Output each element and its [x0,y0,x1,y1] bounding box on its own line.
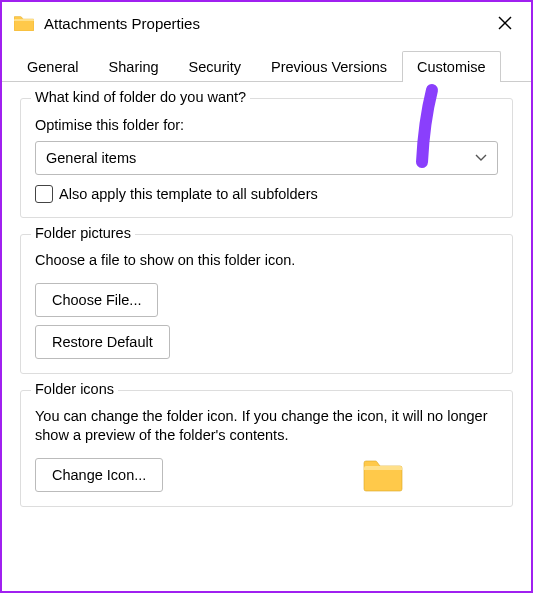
group-title-pictures: Folder pictures [31,225,135,241]
chevron-down-icon [475,153,487,164]
folder-preview-icon [363,458,403,492]
pictures-desc: Choose a file to show on this folder ico… [35,251,498,271]
window-title: Attachments Properties [44,15,491,32]
choose-file-button[interactable]: Choose File... [35,283,158,317]
apply-subfolders-checkbox[interactable] [35,185,53,203]
optimize-label: Optimise this folder for: [35,117,498,133]
apply-subfolders-label: Also apply this template to all subfolde… [59,186,318,202]
restore-default-button[interactable]: Restore Default [35,325,170,359]
group-folder-icons: Folder icons You can change the folder i… [20,390,513,507]
titlebar: Attachments Properties [2,2,531,44]
dropdown-value: General items [46,150,136,166]
group-title-kind: What kind of folder do you want? [31,89,250,105]
icons-desc: You can change the folder icon. If you c… [35,407,498,446]
group-title-icons: Folder icons [31,381,118,397]
tab-previous-versions[interactable]: Previous Versions [256,51,402,82]
close-icon [498,16,512,30]
properties-dialog: Attachments Properties General Sharing S… [0,0,533,593]
change-icon-button[interactable]: Change Icon... [35,458,163,492]
tab-content: What kind of folder do you want? Optimis… [2,82,531,517]
group-folder-kind: What kind of folder do you want? Optimis… [20,98,513,218]
group-folder-pictures: Folder pictures Choose a file to show on… [20,234,513,374]
apply-subfolders-row: Also apply this template to all subfolde… [35,185,498,203]
tab-bar: General Sharing Security Previous Versio… [2,50,531,82]
optimize-dropdown[interactable]: General items [35,141,498,175]
close-button[interactable] [491,9,519,37]
folder-icon [14,15,34,31]
tab-security[interactable]: Security [174,51,256,82]
tab-customise[interactable]: Customise [402,51,501,82]
tab-sharing[interactable]: Sharing [94,51,174,82]
tab-general[interactable]: General [12,51,94,82]
